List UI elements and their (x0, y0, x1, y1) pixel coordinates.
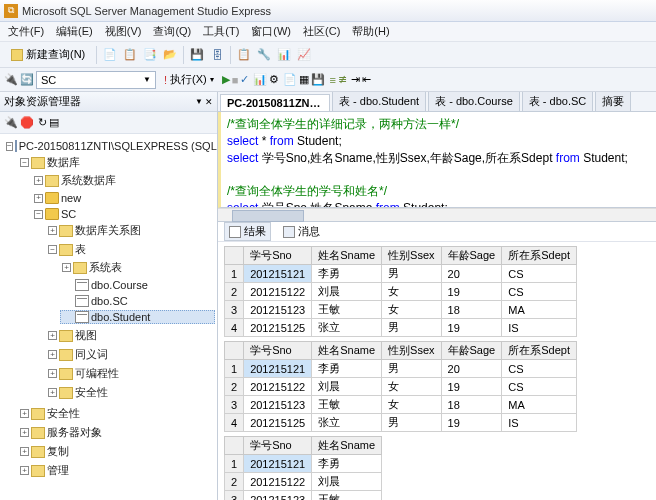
table-row[interactable]: 1201215121李勇男20CS (225, 265, 577, 283)
table-icon (75, 295, 89, 307)
result-grid-3[interactable]: 学号Sno姓名Sname 1201215121李勇 2201215122刘晨 3… (224, 436, 382, 500)
app-title: Microsoft SQL Server Management Studio E… (22, 5, 271, 17)
tab-sqlquery[interactable]: PC-20150811ZNTI\S... - SQLQuery1.sql* (220, 94, 330, 111)
database-combo[interactable]: SC ▼ (36, 71, 156, 89)
databases-node[interactable]: −数据库 (18, 154, 215, 171)
table-row[interactable]: 2201215122刘晨女19CS (225, 378, 577, 396)
outdent-icon[interactable]: ⇤ (362, 73, 371, 86)
content-area: PC-20150811ZNTI\S... - SQLQuery1.sql* 表 … (218, 92, 656, 500)
app-icon: ⧉ (4, 4, 18, 18)
refresh-icon[interactable]: ↻ (38, 116, 47, 129)
new-query-button[interactable]: 新建查询(N) (4, 44, 92, 65)
stop-icon[interactable]: ■ (232, 74, 239, 86)
sql-editor[interactable]: /*查询全体学生的详细记录，两种方法一样*/ select * from Stu… (218, 112, 656, 208)
toolbar-btn-3[interactable]: 📑 (141, 46, 159, 64)
connect-btn[interactable]: 🔌 (4, 116, 18, 129)
menu-tools[interactable]: 工具(T) (197, 22, 245, 41)
comment-icon[interactable]: ≡ (329, 74, 335, 86)
menubar: 文件(F) 编辑(E) 视图(V) 查询(Q) 工具(T) 窗口(W) 社区(C… (0, 22, 656, 42)
filter-icon[interactable]: ▤ (49, 116, 59, 129)
menu-help[interactable]: 帮助(H) (346, 22, 395, 41)
connect-icon[interactable]: 🔌 (4, 73, 18, 86)
check-icon[interactable]: ✓ (240, 73, 249, 86)
table-row[interactable]: 3201215123王敏女18MA (225, 396, 577, 414)
object-tree[interactable]: −PC-20150811ZNTI\SQLEXPRESS (SQL Ser −数据… (0, 134, 217, 500)
database-icon (45, 192, 59, 204)
main-area: 对象资源管理器 ▼ ✕ 🔌 🛑 ↻ ▤ −PC-20150811ZNTI\SQL… (0, 92, 656, 500)
messages-tab[interactable]: 消息 (279, 223, 324, 240)
folder-icon (31, 408, 45, 420)
table-row[interactable]: 1201215121李勇 (225, 455, 382, 473)
management-node[interactable]: +管理 (18, 462, 215, 479)
options-icon[interactable]: ⚙ (269, 73, 279, 86)
results-tab[interactable]: 结果 (224, 222, 271, 241)
toolbar-btn-b[interactable]: 📈 (295, 46, 313, 64)
table-sc-node[interactable]: dbo.SC (60, 294, 215, 308)
security-node[interactable]: +安全性 (46, 384, 215, 401)
folder-icon (31, 427, 45, 439)
table-student-node[interactable]: dbo.Student (60, 310, 215, 324)
execute-button[interactable]: ! 执行(X) ▾ (158, 71, 220, 88)
menu-community[interactable]: 社区(C) (297, 22, 346, 41)
server-objects-node[interactable]: +服务器对象 (18, 424, 215, 441)
table-icon (75, 279, 89, 291)
results-file-icon[interactable]: 💾 (311, 73, 325, 86)
table-row[interactable]: 4201215125张立男19IS (225, 319, 577, 337)
sysdb-node[interactable]: +系统数据库 (32, 172, 215, 189)
menu-file[interactable]: 文件(F) (2, 22, 50, 41)
parse-icon[interactable]: ▶ (222, 73, 230, 86)
toolbar-btn-2[interactable]: 📋 (121, 46, 139, 64)
toolbar-btn-list[interactable]: 📋 (235, 46, 253, 64)
folder-icon (45, 175, 59, 187)
programmability-node[interactable]: +可编程性 (46, 365, 215, 382)
menu-edit[interactable]: 编辑(E) (50, 22, 99, 41)
toolbar-btn-a[interactable]: 📊 (275, 46, 293, 64)
systables-node[interactable]: +系统表 (60, 259, 215, 276)
tab-sc[interactable]: 表 - dbo.SC (522, 92, 593, 111)
replication-node[interactable]: +复制 (18, 443, 215, 460)
separator (183, 46, 184, 64)
menu-window[interactable]: 窗口(W) (245, 22, 297, 41)
toolbar-btn-1[interactable]: 📄 (101, 46, 119, 64)
save-all-icon[interactable]: 🗄 (208, 46, 226, 64)
tab-course[interactable]: 表 - dbo.Course (428, 92, 520, 111)
server-node[interactable]: −PC-20150811ZNTI\SQLEXPRESS (SQL Ser (4, 139, 215, 153)
dropdown-icon[interactable]: ▼ (195, 97, 203, 107)
indent-icon[interactable]: ⇥ (351, 73, 360, 86)
db-new-node[interactable]: +new (32, 191, 215, 205)
save-icon[interactable]: 💾 (188, 46, 206, 64)
views-node[interactable]: +视图 (46, 327, 215, 344)
table-course-node[interactable]: dbo.Course (60, 278, 215, 292)
plan-icon[interactable]: 📊 (253, 73, 267, 86)
synonyms-node[interactable]: +同义词 (46, 346, 215, 363)
menu-query[interactable]: 查询(Q) (147, 22, 197, 41)
table-row[interactable]: 4201215125张立男19IS (225, 414, 577, 432)
toolbar-btn-props[interactable]: 🔧 (255, 46, 273, 64)
folder-icon (59, 244, 73, 256)
menu-view[interactable]: 视图(V) (99, 22, 148, 41)
db-sc-node[interactable]: −SC (32, 207, 215, 221)
toolbar-open-icon[interactable]: 📂 (161, 46, 179, 64)
results-text-icon[interactable]: 📄 (283, 73, 297, 86)
new-query-icon (11, 49, 23, 61)
tab-summary[interactable]: 摘要 (595, 92, 631, 111)
close-icon[interactable]: ✕ (205, 97, 213, 107)
tab-student[interactable]: 表 - dbo.Student (332, 92, 426, 111)
change-conn-icon[interactable]: 🔄 (20, 73, 34, 86)
tables-node[interactable]: −表 (46, 241, 215, 258)
diagrams-node[interactable]: +数据库关系图 (46, 222, 215, 239)
security-root-node[interactable]: +安全性 (18, 405, 215, 422)
editor-scrollbar[interactable] (218, 208, 656, 222)
disconnect-btn[interactable]: 🛑 (20, 116, 34, 129)
uncomment-icon[interactable]: ≢ (338, 73, 347, 86)
table-row[interactable]: 2201215122刘晨 (225, 473, 382, 491)
table-row[interactable]: 2201215122刘晨女19CS (225, 283, 577, 301)
table-row[interactable]: 3201215123王敏女18MA (225, 301, 577, 319)
result-grid-1[interactable]: 学号Sno姓名Sname性别Ssex年龄Sage所在系Sdept 1201215… (224, 246, 577, 337)
table-row[interactable]: 1201215121李勇男20CS (225, 360, 577, 378)
document-tabs: PC-20150811ZNTI\S... - SQLQuery1.sql* 表 … (218, 92, 656, 112)
table-row[interactable]: 3201215123王敏 (225, 491, 382, 501)
results-pane[interactable]: 学号Sno姓名Sname性别Ssex年龄Sage所在系Sdept 1201215… (218, 242, 656, 500)
results-grid-icon[interactable]: ▦ (299, 73, 309, 86)
result-grid-2[interactable]: 学号Sno姓名Sname性别Ssex年龄Sage所在系Sdept 1201215… (224, 341, 577, 432)
